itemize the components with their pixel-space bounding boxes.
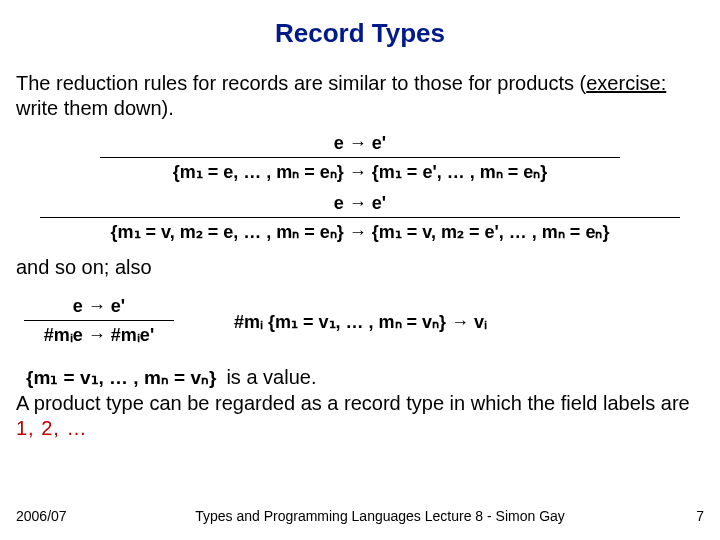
intro-text-c: write them down).	[16, 97, 174, 119]
rule-4-col: #mᵢ {m₁ = v₁, … , mₙ = vₙ} → vᵢ	[234, 311, 487, 333]
footer-page-number: 7	[674, 508, 704, 524]
product-type-paragraph: A product type can be regarded as a reco…	[16, 391, 704, 441]
small-rules-row: e → e' #mᵢe → #mᵢe' #mᵢ {m₁ = v₁, … , mₙ…	[24, 290, 704, 354]
rule-1-premise: e → e'	[328, 131, 392, 156]
intro-paragraph: The reduction rules for records are simi…	[16, 71, 704, 121]
reduction-rules-block: e → e' {m₁ = e, … , mₙ = eₙ} → {m₁ = e',…	[16, 131, 704, 245]
rule-3-conclusion: #mᵢe → #mᵢe'	[38, 322, 160, 348]
rule-2-premise: e → e'	[328, 191, 392, 216]
value-expression: {m₁ = v₁, … , mₙ = vₙ}	[26, 366, 216, 389]
rule-1-conclusion: {m₁ = e, … , mₙ = eₙ} → {m₁ = e', … , mₙ…	[167, 159, 553, 185]
slide-title: Record Types	[16, 18, 704, 49]
rule-2-conclusion: {m₁ = v, m₂ = e, … , mₙ = eₙ} → {m₁ = v,…	[105, 219, 616, 245]
rule-3-col: e → e' #mᵢe → #mᵢe'	[24, 290, 174, 354]
value-text: is a value.	[226, 366, 316, 389]
rule-3-line	[24, 320, 174, 321]
slide: Record Types The reduction rules for rec…	[0, 0, 720, 540]
rule-3-premise: e → e'	[67, 294, 131, 319]
rule-1-line	[100, 157, 620, 158]
slide-footer: 2006/07 Types and Programming Languages …	[16, 508, 704, 524]
field-labels-red: 1, 2, …	[16, 417, 87, 439]
exercise-label: exercise:	[586, 72, 666, 94]
and-so-on-text: and so on; also	[16, 255, 704, 280]
value-row: {m₁ = v₁, … , mₙ = vₙ} is a value.	[26, 366, 704, 389]
rule-1: e → e' {m₁ = e, … , mₙ = eₙ} → {m₁ = e',…	[100, 131, 620, 185]
rule-3: e → e' #mᵢe → #mᵢe'	[24, 294, 174, 348]
footer-date: 2006/07	[16, 508, 86, 524]
rule-2: e → e' {m₁ = v, m₂ = e, … , mₙ = eₙ} → {…	[40, 191, 680, 245]
product-text-a: A product type can be regarded as a reco…	[16, 392, 690, 414]
rule-2-line	[40, 217, 680, 218]
intro-text-a: The reduction rules for records are simi…	[16, 72, 586, 94]
rule-4: #mᵢ {m₁ = v₁, … , mₙ = vₙ} → vᵢ	[234, 311, 487, 333]
footer-course: Types and Programming Languages Lecture …	[86, 508, 674, 524]
